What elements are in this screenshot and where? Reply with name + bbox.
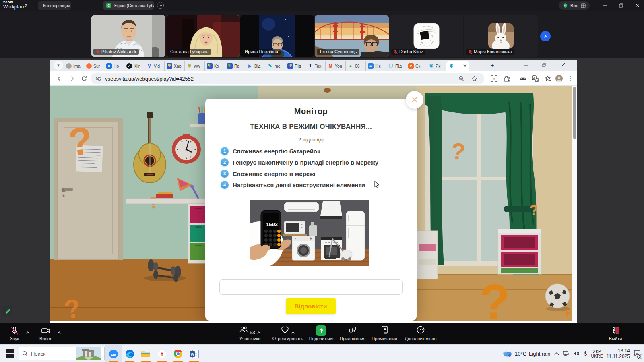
- taskbar-clock[interactable]: 13:14 11.11.2025: [607, 348, 630, 360]
- copy-link-icon[interactable]: [518, 74, 528, 83]
- address-bar[interactable]: vseosvita.ua/webquest/play?id=42552: [91, 73, 484, 84]
- browser-tab-active[interactable]: ❋: [446, 61, 469, 71]
- browser-minimize-button[interactable]: [520, 60, 532, 70]
- browser-tab[interactable]: M You: [326, 61, 346, 71]
- zoom-restore-button[interactable]: [614, 0, 628, 11]
- audio-button[interactable]: Звук: [6, 325, 23, 341]
- weather-status[interactable]: 10°C Light rain: [502, 350, 551, 357]
- browser-tab[interactable]: Ψ Пр: [225, 61, 245, 71]
- tab-shared-screen[interactable]: C Экран (Світлана Губарєва): [103, 1, 154, 10]
- taskbar-search[interactable]: Поиск: [19, 347, 105, 360]
- tab-search-chevron-icon[interactable]: ▾: [54, 61, 63, 70]
- browser-menu-icon[interactable]: ⋮: [566, 74, 575, 83]
- browser-tab[interactable]: ✎ me: [265, 61, 285, 71]
- bookmark-star-icon[interactable]: [471, 75, 478, 82]
- browser-close-button[interactable]: [557, 60, 569, 70]
- modal-close-button[interactable]: ✕: [406, 91, 423, 109]
- browser-maximize-button[interactable]: [538, 60, 550, 70]
- browser-tab[interactable]: n Ho: [104, 61, 124, 71]
- browser-tab[interactable]: ❐ Під: [386, 61, 406, 71]
- next-participants-button[interactable]: [540, 31, 551, 41]
- volume-icon[interactable]: [573, 351, 580, 356]
- browser-tab[interactable]: Sur: [84, 61, 104, 71]
- page-zoom-icon[interactable]: [458, 75, 465, 82]
- taskbar-app-explorer[interactable]: [138, 345, 154, 362]
- browser-tab[interactable]: Ψ Хар: [165, 61, 185, 71]
- leave-button[interactable]: Выйти: [606, 325, 625, 341]
- profile-avatar[interactable]: [554, 74, 564, 83]
- react-chevron-icon[interactable]: [291, 331, 295, 334]
- browser-tab[interactable]: T Tax: [305, 61, 326, 71]
- browser-tab[interactable]: ▲ 06: [346, 61, 366, 71]
- language-indicator[interactable]: УКР UKRE: [591, 349, 603, 358]
- video-tile-pikalov[interactable]: Pikalov Aleksandr: [91, 15, 165, 57]
- mouse-cursor: [374, 181, 380, 190]
- site-settings-icon[interactable]: [95, 75, 102, 82]
- browser-tab[interactable]: ❋ Як: [426, 61, 446, 71]
- new-tab-button[interactable]: +: [487, 61, 497, 70]
- quiz-option[interactable]: 2 Генерує накопичену в приладі енергію в…: [221, 157, 378, 168]
- weather-widget-image[interactable]: [76, 347, 101, 360]
- taskbar-app-word[interactable]: W: [186, 345, 202, 362]
- workspace-menu-chevron-icon[interactable]: ▾: [25, 2, 27, 7]
- reload-icon[interactable]: [79, 74, 89, 83]
- browser-tab[interactable]: ♕ ww: [185, 61, 205, 71]
- scrollbar-thumb[interactable]: [573, 87, 576, 139]
- scroll-to-top-button[interactable]: [565, 311, 570, 319]
- video-tile-tetyana[interactable]: Тетяна Сусловець: [315, 15, 389, 57]
- network-icon[interactable]: [563, 351, 570, 356]
- view-button[interactable]: Вид: [559, 1, 590, 10]
- browser-tab[interactable]: Ψ Під: [285, 61, 305, 71]
- browser-tab[interactable]: Z Klir: [124, 61, 144, 71]
- tab-options-icon[interactable]: ⋯: [157, 2, 164, 9]
- extensions-puzzle-icon[interactable]: [502, 74, 512, 83]
- taskbar-app-zoom[interactable]: zm: [105, 345, 122, 362]
- tray-mic-icon[interactable]: [583, 351, 588, 357]
- page-scrollbar[interactable]: [572, 86, 577, 321]
- zoom-close-button[interactable]: [630, 0, 644, 11]
- participants-button[interactable]: 53 Участники: [230, 325, 270, 341]
- option-number-badge: 2: [221, 158, 229, 166]
- video-tile-irina[interactable]: Ирина Цветкова: [240, 15, 314, 57]
- notes-button[interactable]: Примечания: [368, 325, 400, 341]
- browser-tab[interactable]: ≡ !!!к: [366, 61, 386, 71]
- quiz-option[interactable]: 3 Споживає енергію в мережі: [221, 168, 378, 179]
- video-tile-maria[interactable]: Марія Ковалівська: [464, 15, 538, 57]
- apps-button[interactable]: Приложения: [337, 325, 368, 341]
- url-text[interactable]: vseosvita.ua/webquest/play?id=42552: [105, 76, 194, 82]
- tab-close-icon[interactable]: [463, 64, 467, 68]
- quiz-option[interactable]: 1 Споживає енергію батарейок: [221, 145, 378, 157]
- translate-icon[interactable]: Aa: [530, 74, 540, 83]
- tab-meeting[interactable]: Конференция: [38, 1, 71, 10]
- bookmark-sparkle-icon[interactable]: [543, 74, 553, 83]
- browser-tab[interactable]: Ima: [64, 61, 84, 71]
- participants-chevron-icon[interactable]: [257, 331, 261, 334]
- quiz-option[interactable]: 4 Нагріваються деякі конструктивні елеме…: [221, 179, 378, 190]
- notification-center-button[interactable]: 5: [634, 350, 641, 358]
- forward-icon[interactable]: [67, 74, 77, 83]
- apps-label: Приложения: [340, 336, 365, 341]
- browser-tab[interactable]: V Vid: [144, 61, 165, 71]
- zoom-minimize-button[interactable]: [598, 0, 612, 11]
- tray-expand-chevron-icon[interactable]: [554, 352, 559, 356]
- browser-tab[interactable]: Ψ Ко: [205, 61, 225, 71]
- browser-tab[interactable]: 2 Ск: [406, 61, 426, 71]
- annotation-pencil-icon[interactable]: [2, 306, 13, 316]
- video-tile-svitlana[interactable]: Світлана Губарєва: [166, 15, 240, 57]
- taskbar-app-edge[interactable]: [122, 345, 138, 362]
- audio-options-chevron-icon[interactable]: [26, 329, 30, 336]
- back-icon[interactable]: [54, 74, 64, 83]
- screenshot-icon[interactable]: [489, 74, 499, 83]
- answer-input[interactable]: [219, 279, 402, 295]
- video-options-chevron-icon[interactable]: [57, 329, 61, 336]
- taskbar-app-yandex[interactable]: Y: [154, 345, 170, 362]
- submit-answer-button[interactable]: Відповісти: [286, 298, 336, 314]
- browser-tab[interactable]: ▶ Від: [245, 61, 265, 71]
- share-button[interactable]: Поделиться: [305, 325, 337, 341]
- more-button[interactable]: Дополнительно: [400, 325, 441, 341]
- video-button[interactable]: Видео: [36, 325, 56, 341]
- video-tile-dasha[interactable]: Dasha Klioz: [389, 15, 463, 57]
- taskbar-app-chrome[interactable]: [170, 345, 186, 362]
- react-button[interactable]: Отреагировать: [270, 325, 305, 341]
- start-button[interactable]: [6, 349, 14, 358]
